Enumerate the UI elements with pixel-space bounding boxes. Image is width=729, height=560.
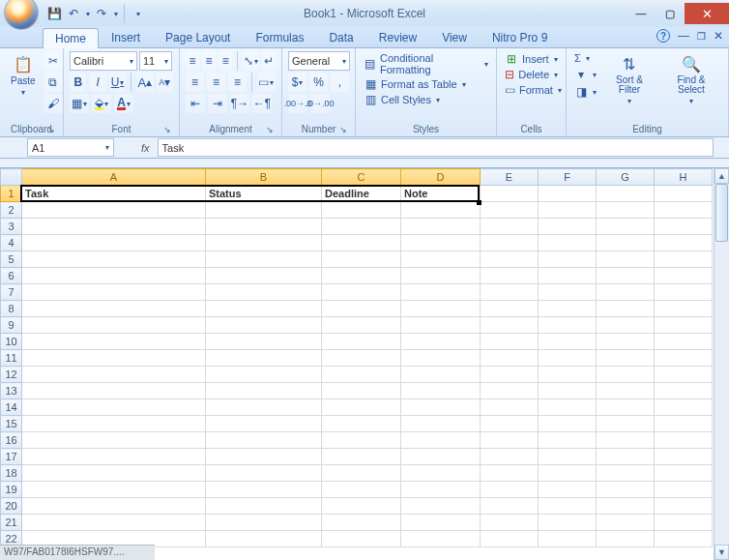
rtl-button[interactable]: ←¶: [252, 94, 272, 113]
cell-F12[interactable]: [539, 367, 597, 383]
cell-G6[interactable]: [597, 268, 655, 284]
col-header-B[interactable]: B: [206, 169, 322, 186]
cell-D12[interactable]: [401, 367, 481, 383]
tab-formulas[interactable]: Formulas: [243, 27, 316, 47]
cell-D11[interactable]: [401, 350, 481, 367]
cell-C16[interactable]: [322, 432, 401, 449]
cell-A21[interactable]: [22, 515, 206, 531]
cell-H10[interactable]: [655, 334, 713, 350]
cell-A19[interactable]: [22, 482, 206, 498]
align-center-button[interactable]: ≡: [207, 73, 225, 92]
cell-A9[interactable]: [22, 317, 206, 334]
cell-E20[interactable]: [481, 498, 539, 515]
row-header-16[interactable]: 16: [1, 432, 22, 449]
cell-G21[interactable]: [597, 515, 655, 531]
cell-E18[interactable]: [481, 465, 539, 482]
cell-F10[interactable]: [539, 334, 597, 350]
insert-cells-button[interactable]: ⊞Insert▾: [503, 51, 560, 67]
scroll-thumb[interactable]: [715, 184, 728, 242]
cell-B21[interactable]: [206, 515, 322, 531]
cell-G8[interactable]: [597, 301, 655, 317]
row-header-1[interactable]: 1: [1, 186, 22, 202]
tab-page-layout[interactable]: Page Layout: [153, 27, 243, 47]
col-header-A[interactable]: A: [22, 169, 206, 186]
autosum-button[interactable]: Σ▾: [572, 51, 592, 65]
cell-D17[interactable]: [401, 449, 481, 465]
cell-B8[interactable]: [206, 301, 322, 317]
cell-E15[interactable]: [481, 416, 539, 432]
col-header-G[interactable]: G: [597, 169, 655, 186]
tab-insert[interactable]: Insert: [99, 27, 153, 47]
cell-B2[interactable]: [206, 202, 322, 219]
cell-D3[interactable]: [401, 219, 481, 235]
clipboard-launcher-icon[interactable]: ↘: [45, 124, 57, 135]
tab-home[interactable]: Home: [43, 28, 99, 48]
cell-B15[interactable]: [206, 416, 322, 432]
increase-decimal-button[interactable]: .00→.0: [288, 94, 307, 113]
formula-input[interactable]: Task: [158, 138, 714, 157]
border-button[interactable]: ▦▾: [70, 94, 89, 113]
row-header-20[interactable]: 20: [1, 498, 22, 515]
cell-B4[interactable]: [206, 235, 322, 251]
cell-C6[interactable]: [322, 268, 401, 284]
cell-F2[interactable]: [539, 202, 597, 219]
cell-F22[interactable]: [539, 531, 597, 547]
cell-F13[interactable]: [539, 383, 597, 399]
cell-B1[interactable]: Status: [206, 186, 322, 202]
font-color-button[interactable]: A▾: [114, 94, 133, 113]
cell-F20[interactable]: [539, 498, 597, 515]
cell-A18[interactable]: [22, 465, 206, 482]
cell-C22[interactable]: [322, 531, 401, 547]
cell-B5[interactable]: [206, 251, 322, 268]
cell-B14[interactable]: [206, 399, 322, 416]
row-header-19[interactable]: 19: [1, 482, 22, 498]
row-header-6[interactable]: 6: [1, 268, 22, 284]
vertical-scrollbar[interactable]: ▲ ▼: [714, 168, 729, 560]
cell-D2[interactable]: [401, 202, 481, 219]
cell-F6[interactable]: [539, 268, 597, 284]
cell-B16[interactable]: [206, 432, 322, 449]
tab-review[interactable]: Review: [366, 27, 429, 47]
cell-C5[interactable]: [322, 251, 401, 268]
cell-C12[interactable]: [322, 367, 401, 383]
format-as-table-button[interactable]: ▦Format as Table▾: [362, 76, 490, 92]
sort-filter-button[interactable]: ⇅ Sort & Filter▾: [601, 51, 657, 108]
cell-C15[interactable]: [322, 416, 401, 432]
cell-D8[interactable]: [401, 301, 481, 317]
align-left-button[interactable]: ≡: [186, 73, 204, 92]
row-header-21[interactable]: 21: [1, 515, 22, 531]
cell-D7[interactable]: [401, 284, 481, 301]
cell-E21[interactable]: [481, 515, 539, 531]
cell-C4[interactable]: [322, 235, 401, 251]
cell-D10[interactable]: [401, 334, 481, 350]
cell-H8[interactable]: [655, 301, 713, 317]
fill-button[interactable]: ▾▾: [572, 67, 598, 82]
tab-data[interactable]: Data: [316, 27, 365, 47]
cell-F16[interactable]: [539, 432, 597, 449]
format-cells-button[interactable]: ▭Format▾: [503, 82, 560, 98]
col-header-H[interactable]: H: [655, 169, 713, 186]
undo-dropdown-icon[interactable]: ▾: [86, 10, 90, 18]
format-painter-button[interactable]: 🖌: [44, 94, 63, 113]
row-header-8[interactable]: 8: [1, 301, 22, 317]
clear-button[interactable]: ◨▾: [572, 84, 598, 100]
font-launcher-icon[interactable]: ↘: [161, 124, 173, 135]
cell-G2[interactable]: [597, 202, 655, 219]
row-header-5[interactable]: 5: [1, 251, 22, 268]
cell-D5[interactable]: [401, 251, 481, 268]
merge-button[interactable]: ▭▾: [257, 73, 276, 92]
cell-G7[interactable]: [597, 284, 655, 301]
cell-C20[interactable]: [322, 498, 401, 515]
cell-C9[interactable]: [322, 317, 401, 334]
cell-B18[interactable]: [206, 465, 322, 482]
cell-F15[interactable]: [539, 416, 597, 432]
cell-C13[interactable]: [322, 383, 401, 399]
copy-button[interactable]: ⧉: [44, 73, 63, 92]
col-header-C[interactable]: C: [322, 169, 401, 186]
bold-button[interactable]: B: [70, 73, 86, 92]
cell-A10[interactable]: [22, 334, 206, 350]
cell-H20[interactable]: [655, 498, 713, 515]
redo-dropdown-icon[interactable]: ▾: [114, 10, 118, 18]
cell-E5[interactable]: [481, 251, 539, 268]
cell-D13[interactable]: [401, 383, 481, 399]
